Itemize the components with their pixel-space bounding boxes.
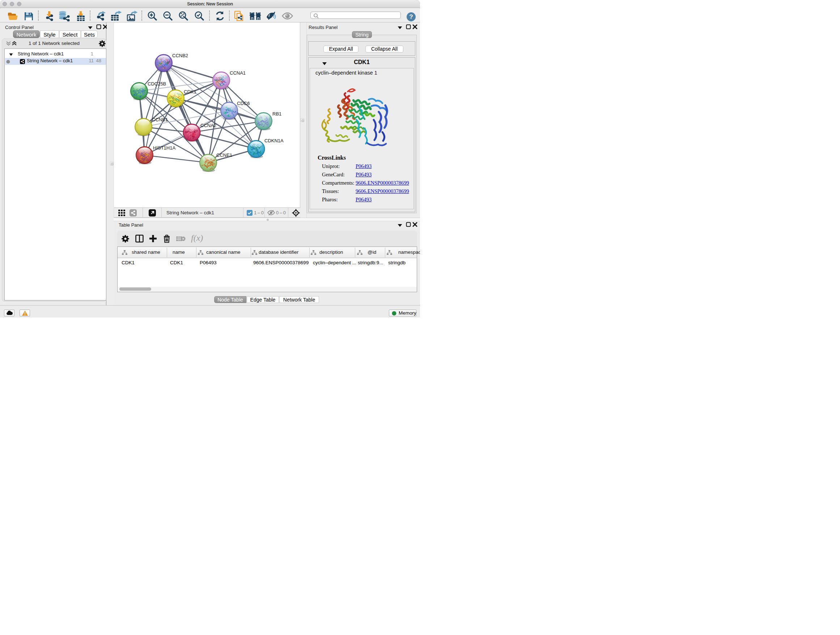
svg-text:CDC6: CDC6 [237,101,249,106]
svg-text:CDK1: CDK1 [184,89,196,95]
svg-text:CCNE1: CCNE1 [216,152,232,158]
svg-text:CDKN1A: CDKN1A [264,138,284,143]
svg-text:CCNA1: CCNA1 [230,70,246,76]
svg-text:CCNB2: CCNB2 [172,53,188,58]
svg-text:CDC25B: CDC25B [148,81,166,87]
svg-text:HIST1H1A: HIST1H1A [153,145,175,150]
svg-text:CCNB1: CCNB1 [152,117,168,122]
svg-text:CCNA2: CCNA2 [201,123,216,128]
svg-text:RB1: RB1 [272,111,281,117]
